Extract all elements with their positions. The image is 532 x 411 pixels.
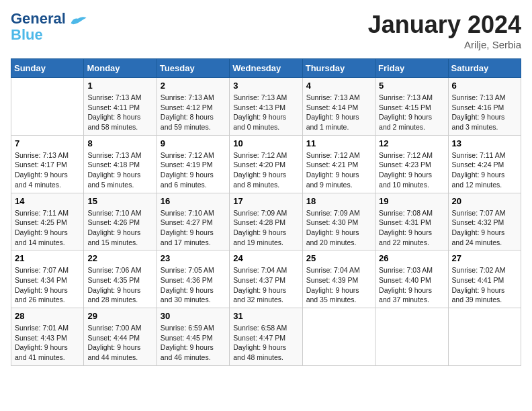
day-detail: Sunrise: 7:13 AMSunset: 4:18 PMDaylight:… <box>87 150 152 190</box>
calendar-day-cell: 11Sunrise: 7:12 AMSunset: 4:21 PMDayligh… <box>302 135 375 193</box>
calendar-day-cell: 16Sunrise: 7:10 AMSunset: 4:27 PMDayligh… <box>157 193 229 250</box>
day-number: 7 <box>15 138 80 148</box>
calendar-day-cell: 15Sunrise: 7:10 AMSunset: 4:26 PMDayligh… <box>84 193 157 250</box>
day-detail: Sunrise: 7:11 AMSunset: 4:24 PMDaylight:… <box>452 150 517 190</box>
day-number: 3 <box>233 81 298 91</box>
logo-blue: Blue <box>11 26 43 43</box>
day-number: 6 <box>452 81 517 91</box>
day-number: 28 <box>15 311 80 321</box>
day-number: 9 <box>161 138 226 148</box>
day-number: 25 <box>306 253 371 263</box>
calendar-day-cell: 29Sunrise: 7:00 AMSunset: 4:44 PMDayligh… <box>84 308 157 366</box>
day-number: 8 <box>87 138 152 148</box>
day-detail: Sunrise: 6:58 AMSunset: 4:47 PMDaylight:… <box>233 323 298 363</box>
weekday-header-cell: Tuesday <box>157 59 229 78</box>
day-detail: Sunrise: 7:04 AMSunset: 4:39 PMDaylight:… <box>306 265 371 305</box>
day-detail: Sunrise: 7:13 AMSunset: 4:15 PMDaylight:… <box>379 93 444 132</box>
day-detail: Sunrise: 7:00 AMSunset: 4:44 PMDaylight:… <box>87 323 152 363</box>
calendar-day-cell: 7Sunrise: 7:13 AMSunset: 4:17 PMDaylight… <box>11 135 84 193</box>
day-detail: Sunrise: 7:12 AMSunset: 4:23 PMDaylight:… <box>379 150 444 190</box>
month-year-title: January 2024 <box>368 11 521 39</box>
weekday-header-cell: Wednesday <box>230 59 302 78</box>
calendar-day-cell: 5Sunrise: 7:13 AMSunset: 4:15 PMDaylight… <box>375 78 448 136</box>
day-detail: Sunrise: 7:03 AMSunset: 4:40 PMDaylight:… <box>379 265 444 305</box>
page-header: GeneralBlue January 2024 Arilje, Serbia <box>11 11 521 50</box>
day-number: 23 <box>161 253 226 263</box>
day-number: 10 <box>233 138 298 148</box>
weekday-header-cell: Friday <box>375 59 448 78</box>
day-detail: Sunrise: 7:13 AMSunset: 4:17 PMDaylight:… <box>15 150 80 190</box>
day-number: 27 <box>452 253 517 263</box>
calendar-day-cell: 26Sunrise: 7:03 AMSunset: 4:40 PMDayligh… <box>375 250 448 308</box>
calendar-day-cell: 6Sunrise: 7:13 AMSunset: 4:16 PMDaylight… <box>448 78 521 136</box>
logo: GeneralBlue <box>11 11 87 43</box>
calendar-day-cell: 25Sunrise: 7:04 AMSunset: 4:39 PMDayligh… <box>302 250 375 308</box>
calendar-day-cell: 14Sunrise: 7:11 AMSunset: 4:25 PMDayligh… <box>11 193 84 250</box>
day-detail: Sunrise: 7:13 AMSunset: 4:13 PMDaylight:… <box>233 93 298 132</box>
day-detail: Sunrise: 7:13 AMSunset: 4:14 PMDaylight:… <box>306 93 371 132</box>
day-number: 30 <box>161 311 226 321</box>
weekday-header-cell: Sunday <box>11 59 84 78</box>
day-number: 21 <box>15 253 80 263</box>
day-number: 31 <box>233 311 298 321</box>
day-detail: Sunrise: 7:13 AMSunset: 4:16 PMDaylight:… <box>452 93 517 132</box>
day-detail: Sunrise: 7:06 AMSunset: 4:35 PMDaylight:… <box>87 265 152 305</box>
calendar-day-cell: 31Sunrise: 6:58 AMSunset: 4:47 PMDayligh… <box>230 308 302 366</box>
day-detail: Sunrise: 7:12 AMSunset: 4:20 PMDaylight:… <box>233 150 298 190</box>
day-number: 17 <box>233 196 298 206</box>
day-number: 19 <box>379 196 444 206</box>
calendar-week-row: 7Sunrise: 7:13 AMSunset: 4:17 PMDaylight… <box>11 135 521 193</box>
calendar-day-cell: 12Sunrise: 7:12 AMSunset: 4:23 PMDayligh… <box>375 135 448 193</box>
calendar-day-cell: 3Sunrise: 7:13 AMSunset: 4:13 PMDaylight… <box>230 78 302 136</box>
calendar-day-cell: 21Sunrise: 7:07 AMSunset: 4:34 PMDayligh… <box>11 250 84 308</box>
day-detail: Sunrise: 7:07 AMSunset: 4:34 PMDaylight:… <box>15 265 80 305</box>
day-detail: Sunrise: 6:59 AMSunset: 4:45 PMDaylight:… <box>161 323 226 363</box>
day-number: 16 <box>161 196 226 206</box>
calendar-day-cell: 30Sunrise: 6:59 AMSunset: 4:45 PMDayligh… <box>157 308 229 366</box>
calendar-day-cell: 18Sunrise: 7:09 AMSunset: 4:30 PMDayligh… <box>302 193 375 250</box>
day-number: 20 <box>452 196 517 206</box>
day-detail: Sunrise: 7:09 AMSunset: 4:30 PMDaylight:… <box>306 208 371 248</box>
calendar-day-cell: 19Sunrise: 7:08 AMSunset: 4:31 PMDayligh… <box>375 193 448 250</box>
day-detail: Sunrise: 7:09 AMSunset: 4:28 PMDaylight:… <box>233 208 298 248</box>
calendar-table: SundayMondayTuesdayWednesdayThursdayFrid… <box>11 58 521 366</box>
calendar-day-cell: 9Sunrise: 7:12 AMSunset: 4:19 PMDaylight… <box>157 135 229 193</box>
weekday-header-row: SundayMondayTuesdayWednesdayThursdayFrid… <box>11 59 521 78</box>
calendar-body: 1Sunrise: 7:13 AMSunset: 4:11 PMDaylight… <box>11 78 521 366</box>
day-detail: Sunrise: 7:13 AMSunset: 4:11 PMDaylight:… <box>87 93 152 132</box>
logo-text: GeneralBlue <box>11 11 66 43</box>
calendar-day-cell: 17Sunrise: 7:09 AMSunset: 4:28 PMDayligh… <box>230 193 302 250</box>
calendar-day-cell: 10Sunrise: 7:12 AMSunset: 4:20 PMDayligh… <box>230 135 302 193</box>
logo-bird-icon <box>69 15 87 27</box>
day-number: 4 <box>306 81 371 91</box>
day-detail: Sunrise: 7:04 AMSunset: 4:37 PMDaylight:… <box>233 265 298 305</box>
calendar-week-row: 28Sunrise: 7:01 AMSunset: 4:43 PMDayligh… <box>11 308 521 366</box>
day-number: 12 <box>379 138 444 148</box>
day-number: 2 <box>161 81 226 91</box>
day-number: 1 <box>87 81 152 91</box>
weekday-header-cell: Monday <box>84 59 157 78</box>
day-detail: Sunrise: 7:11 AMSunset: 4:25 PMDaylight:… <box>15 208 80 248</box>
day-number: 14 <box>15 196 80 206</box>
calendar-day-cell: 28Sunrise: 7:01 AMSunset: 4:43 PMDayligh… <box>11 308 84 366</box>
day-detail: Sunrise: 7:05 AMSunset: 4:36 PMDaylight:… <box>161 265 226 305</box>
day-detail: Sunrise: 7:07 AMSunset: 4:32 PMDaylight:… <box>452 208 517 248</box>
calendar-week-row: 1Sunrise: 7:13 AMSunset: 4:11 PMDaylight… <box>11 78 521 136</box>
calendar-day-cell: 23Sunrise: 7:05 AMSunset: 4:36 PMDayligh… <box>157 250 229 308</box>
calendar-day-cell: 8Sunrise: 7:13 AMSunset: 4:18 PMDaylight… <box>84 135 157 193</box>
calendar-day-cell: 22Sunrise: 7:06 AMSunset: 4:35 PMDayligh… <box>84 250 157 308</box>
weekday-header-cell: Thursday <box>302 59 375 78</box>
title-area: January 2024 Arilje, Serbia <box>368 11 521 50</box>
calendar-day-cell: 13Sunrise: 7:11 AMSunset: 4:24 PMDayligh… <box>448 135 521 193</box>
weekday-header-cell: Saturday <box>448 59 521 78</box>
calendar-day-cell: 24Sunrise: 7:04 AMSunset: 4:37 PMDayligh… <box>230 250 302 308</box>
calendar-day-cell <box>302 308 375 366</box>
calendar-day-cell <box>11 78 84 136</box>
day-number: 13 <box>452 138 517 148</box>
calendar-day-cell: 4Sunrise: 7:13 AMSunset: 4:14 PMDaylight… <box>302 78 375 136</box>
day-number: 11 <box>306 138 371 148</box>
day-detail: Sunrise: 7:12 AMSunset: 4:19 PMDaylight:… <box>161 150 226 190</box>
calendar-day-cell: 20Sunrise: 7:07 AMSunset: 4:32 PMDayligh… <box>448 193 521 250</box>
day-detail: Sunrise: 7:01 AMSunset: 4:43 PMDaylight:… <box>15 323 80 363</box>
day-detail: Sunrise: 7:02 AMSunset: 4:41 PMDaylight:… <box>452 265 517 305</box>
